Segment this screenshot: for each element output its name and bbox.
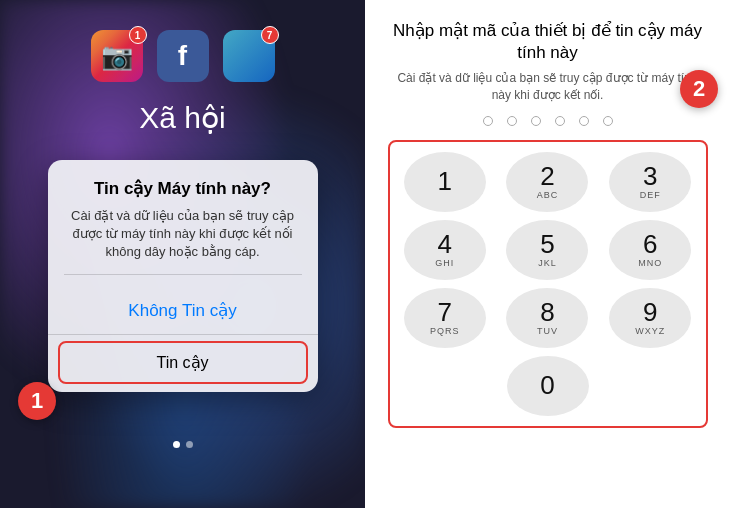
key-0[interactable]: 0 (507, 356, 589, 416)
pin-dot-4 (555, 116, 565, 126)
pin-dot-2 (507, 116, 517, 126)
facebook-icon: f (157, 30, 209, 82)
social-label: Xã hội (139, 100, 225, 135)
other-badge: 7 (261, 26, 279, 44)
right-title: Nhập mật mã của thiết bị để tin cậy máy … (381, 20, 714, 64)
keypad-container: 1 2 ABC 3 DEF 4 GHI 5 JKL 6 MNO (388, 140, 708, 428)
dot-1 (173, 441, 180, 448)
step-1-badge: 1 (18, 382, 56, 420)
pin-dots-row (483, 116, 613, 126)
key-7[interactable]: 7 PQRS (404, 288, 486, 348)
dialog-divider (64, 274, 302, 275)
pin-dot-1 (483, 116, 493, 126)
right-subtitle: Cài đặt và dữ liệu của bạn sẽ truy cập đ… (381, 70, 714, 104)
keypad-grid: 1 2 ABC 3 DEF 4 GHI 5 JKL 6 MNO (398, 152, 698, 348)
dialog-text: Cài đặt và dữ liệu của bạn sẽ truy cập đ… (64, 207, 302, 262)
app-icons-row: 📷 1 f 7 (91, 30, 275, 82)
key-4[interactable]: 4 GHI (404, 220, 486, 280)
key-5[interactable]: 5 JKL (506, 220, 588, 280)
left-panel: 📷 1 f 7 Xã hội Tin cậy Máy tính này? Cài… (0, 0, 365, 508)
page-dots (173, 441, 193, 448)
dot-2 (186, 441, 193, 448)
key-6[interactable]: 6 MNO (609, 220, 691, 280)
dialog-buttons: Không Tin cậy Tin cậy (48, 287, 318, 392)
key-3[interactable]: 3 DEF (609, 152, 691, 212)
pin-dot-6 (603, 116, 613, 126)
key-1[interactable]: 1 (404, 152, 486, 212)
zero-row: 0 (398, 356, 698, 416)
key-9[interactable]: 9 WXYZ (609, 288, 691, 348)
trust-dialog: Tin cậy Máy tính này? Cài đặt và dữ liệu… (48, 160, 318, 392)
instagram-icon: 📷 1 (91, 30, 143, 82)
dialog-body: Tin cậy Máy tính này? Cài đặt và dữ liệu… (48, 160, 318, 287)
key-8[interactable]: 8 TUV (506, 288, 588, 348)
right-panel: 2 Nhập mật mã của thiết bị để tin cậy má… (365, 0, 730, 508)
pin-dot-3 (531, 116, 541, 126)
other-icon: 7 (223, 30, 275, 82)
instagram-badge: 1 (129, 26, 147, 44)
dialog-title: Tin cậy Máy tính này? (64, 178, 302, 199)
pin-dot-5 (579, 116, 589, 126)
cancel-trust-button[interactable]: Không Tin cậy (48, 287, 318, 335)
key-2[interactable]: 2 ABC (506, 152, 588, 212)
step-2-badge: 2 (680, 70, 718, 108)
trust-button[interactable]: Tin cậy (58, 341, 308, 384)
